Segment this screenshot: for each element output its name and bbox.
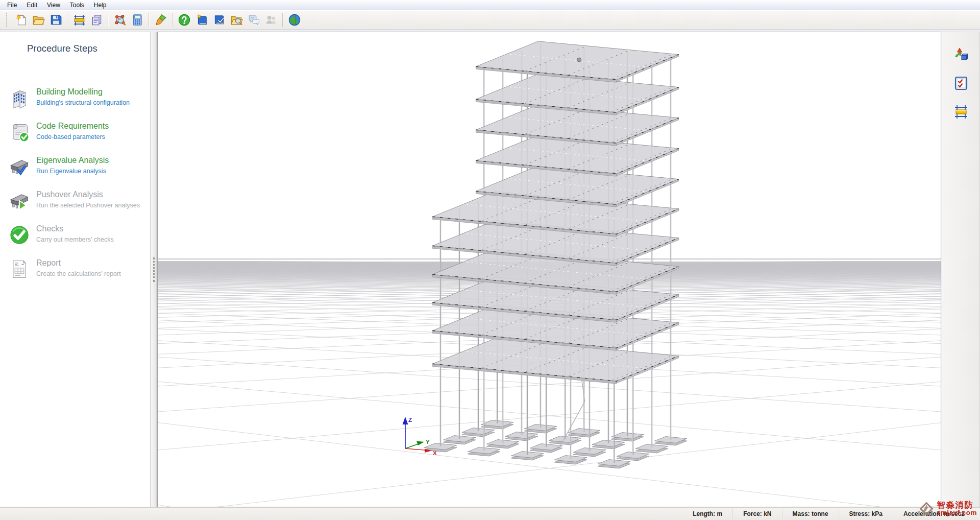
menu-file[interactable]: File bbox=[3, 1, 22, 10]
new-project-icon bbox=[14, 13, 28, 27]
scroll-check-icon bbox=[8, 121, 31, 144]
step-pushover-analysis[interactable]: Pushover AnalysisRun the selected Pushov… bbox=[0, 189, 150, 223]
analysis-run-icon bbox=[8, 190, 31, 212]
step-title: Checks bbox=[36, 224, 114, 234]
report-doc-icon bbox=[8, 258, 31, 280]
section-view-icon bbox=[953, 104, 969, 120]
status-stress: Stress: kPa bbox=[839, 509, 893, 519]
step-code-requirements[interactable]: Code RequirementsCode-based parameters bbox=[0, 121, 150, 155]
tutorial-book-button[interactable] bbox=[193, 12, 210, 28]
step-title: Report bbox=[36, 258, 121, 268]
forum-chat-button[interactable] bbox=[246, 12, 262, 28]
manual-book-icon bbox=[212, 13, 226, 27]
step-subtitle: Carry out members' checks bbox=[36, 236, 114, 244]
step-title: Code Requirements bbox=[36, 121, 109, 131]
main-toolbar bbox=[0, 10, 980, 30]
view-orientation-button[interactable] bbox=[952, 45, 970, 64]
frame-section-button[interactable] bbox=[71, 12, 87, 28]
help-button[interactable] bbox=[176, 12, 192, 28]
menu-view[interactable]: View bbox=[42, 1, 65, 10]
calculator-button[interactable] bbox=[129, 12, 145, 28]
toolbar-separator bbox=[108, 13, 109, 27]
status-mass: Mass: tonne bbox=[782, 509, 839, 519]
menu-bar: FileEditViewToolsHelp bbox=[0, 0, 980, 10]
step-building-modelling[interactable]: Building ModellingBuilding's structural … bbox=[0, 86, 150, 121]
toolbar-separator bbox=[172, 13, 173, 27]
support-button bbox=[263, 12, 279, 28]
step-checks[interactable]: ChecksCarry out members' checks bbox=[0, 223, 150, 257]
building-icon bbox=[8, 87, 31, 109]
status-force: Force: kN bbox=[732, 509, 781, 519]
right-toolbar bbox=[942, 32, 980, 507]
new-project-button[interactable] bbox=[13, 12, 29, 28]
status-acceleration: Acceleration: m/sec2 bbox=[893, 509, 975, 519]
forum-chat-icon bbox=[247, 13, 260, 27]
support-icon bbox=[264, 13, 278, 27]
step-report[interactable]: ReportCreate the calculations' report bbox=[0, 257, 150, 292]
status-length: Length: m bbox=[682, 509, 732, 519]
step-text: Eigenvalue AnalysisRun Eigenvalue analys… bbox=[36, 155, 109, 175]
procedure-steps-list: Building ModellingBuilding's structural … bbox=[0, 86, 150, 292]
building-model bbox=[424, 41, 687, 468]
tutorial-book-icon bbox=[195, 13, 208, 27]
report-pages-icon bbox=[90, 13, 103, 27]
toolbar-separator bbox=[282, 13, 283, 27]
svg-text:X: X bbox=[433, 450, 437, 456]
website-globe-icon bbox=[288, 13, 301, 27]
status-bar: Length: mForce: kNMass: tonneStress: kPa… bbox=[0, 507, 980, 520]
examples-folder-button[interactable] bbox=[228, 12, 244, 28]
display-brush-button[interactable] bbox=[153, 12, 169, 28]
svg-text:Y: Y bbox=[426, 439, 430, 445]
building-icon bbox=[8, 86, 31, 110]
model-viewport[interactable]: ZXY bbox=[157, 32, 941, 507]
website-globe-button[interactable] bbox=[286, 12, 303, 28]
member-checks-icon bbox=[953, 75, 969, 91]
member-checks-button[interactable] bbox=[952, 74, 970, 92]
procedure-steps-panel: Procedure Steps Building ModellingBuildi… bbox=[0, 32, 151, 507]
step-subtitle: Create the calculations' report bbox=[36, 270, 121, 278]
analysis-run-icon bbox=[8, 189, 31, 212]
model-viewer-button[interactable] bbox=[112, 12, 128, 28]
step-subtitle: Run the selected Pushover analyses bbox=[36, 202, 140, 209]
open-project-icon bbox=[32, 13, 45, 27]
step-text: Code RequirementsCode-based parameters bbox=[36, 121, 109, 141]
scroll-check-icon bbox=[8, 121, 31, 144]
toolbar-separator bbox=[67, 13, 68, 27]
analysis-check-icon bbox=[8, 155, 31, 178]
panel-splitter[interactable] bbox=[151, 32, 157, 507]
report-pages-button[interactable] bbox=[88, 12, 105, 28]
step-eigenvalue-analysis[interactable]: Eigenvalue AnalysisRun Eigenvalue analys… bbox=[0, 155, 150, 189]
manual-book-button[interactable] bbox=[211, 12, 227, 28]
step-subtitle: Code-based parameters bbox=[36, 133, 109, 141]
menu-tools[interactable]: Tools bbox=[65, 1, 89, 10]
step-subtitle: Building's structural configuration bbox=[36, 99, 130, 107]
step-subtitle: Run Eigenvalue analysis bbox=[36, 168, 109, 175]
model-viewer-icon bbox=[113, 13, 127, 27]
step-text: ReportCreate the calculations' report bbox=[36, 257, 121, 278]
green-check-icon bbox=[8, 224, 31, 246]
toolbar-separator bbox=[149, 13, 150, 27]
report-doc-icon bbox=[8, 257, 31, 281]
step-title: Pushover Analysis bbox=[36, 190, 140, 200]
step-title: Eigenvalue Analysis bbox=[36, 155, 109, 166]
display-brush-icon bbox=[154, 13, 167, 27]
calculator-icon bbox=[131, 13, 144, 27]
save-project-icon bbox=[49, 13, 62, 27]
step-text: ChecksCarry out members' checks bbox=[36, 223, 114, 244]
step-text: Building ModellingBuilding's structural … bbox=[36, 86, 130, 107]
analysis-check-icon bbox=[8, 155, 31, 178]
examples-folder-icon bbox=[230, 13, 243, 27]
open-project-button[interactable] bbox=[30, 12, 46, 28]
svg-text:Z: Z bbox=[408, 417, 412, 423]
panel-title: Procedure Steps bbox=[27, 43, 150, 54]
menu-help[interactable]: Help bbox=[89, 1, 112, 10]
frame-section-icon bbox=[72, 13, 86, 27]
toolbar-grip bbox=[6, 13, 9, 27]
view-orientation-icon bbox=[953, 46, 969, 63]
green-check-icon bbox=[8, 223, 31, 247]
save-project-button[interactable] bbox=[47, 12, 64, 28]
step-title: Building Modelling bbox=[36, 87, 130, 97]
step-text: Pushover AnalysisRun the selected Pushov… bbox=[36, 189, 140, 209]
section-view-button[interactable] bbox=[952, 103, 970, 121]
menu-edit[interactable]: Edit bbox=[22, 1, 42, 10]
